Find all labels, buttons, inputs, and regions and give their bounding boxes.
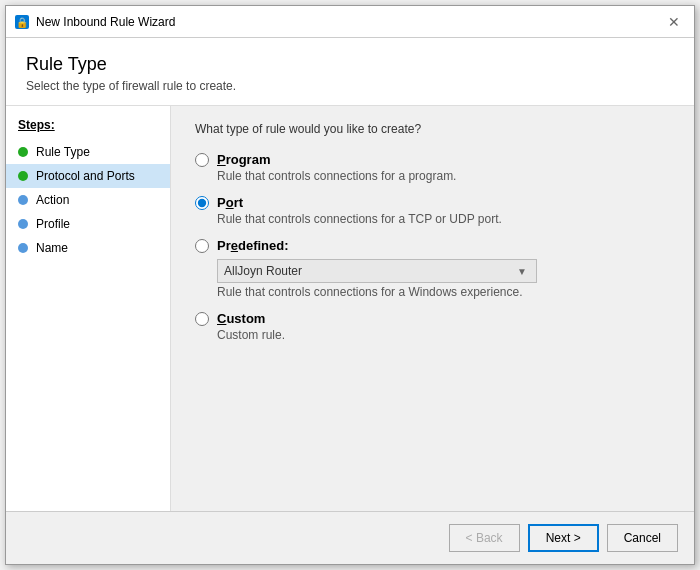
title-bar: 🔒 New Inbound Rule Wizard ✕	[6, 6, 694, 38]
sidebar: Steps: Rule Type Protocol and Ports Acti…	[6, 106, 171, 511]
back-button[interactable]: < Back	[449, 524, 520, 552]
question-text: What type of rule would you like to crea…	[195, 122, 670, 136]
option-port-underline: o	[226, 195, 234, 210]
option-program-label[interactable]: Program	[217, 152, 270, 167]
step-label-protocol-ports: Protocol and Ports	[36, 169, 135, 183]
sidebar-item-action[interactable]: Action	[6, 188, 170, 212]
option-predefined: Predefined: AllJoyn Router ▼ Rule that c…	[195, 238, 670, 299]
option-group: Program Rule that controls connections f…	[195, 152, 670, 342]
header-section: Rule Type Select the type of firewall ru…	[6, 38, 694, 106]
option-custom-row: Custom	[195, 311, 670, 326]
next-button[interactable]: Next >	[528, 524, 599, 552]
option-port-desc: Rule that controls connections for a TCP…	[217, 212, 670, 226]
option-custom-label[interactable]: Custom	[217, 311, 265, 326]
radio-predefined[interactable]	[195, 239, 209, 253]
cancel-button[interactable]: Cancel	[607, 524, 678, 552]
wizard-window: 🔒 New Inbound Rule Wizard ✕ Rule Type Se…	[5, 5, 695, 565]
svg-text:🔒: 🔒	[16, 16, 29, 29]
option-custom: Custom Custom rule.	[195, 311, 670, 342]
option-program: Program Rule that controls connections f…	[195, 152, 670, 183]
page-title: Rule Type	[26, 54, 674, 75]
title-bar-text: New Inbound Rule Wizard	[36, 15, 662, 29]
step-label-profile: Profile	[36, 217, 70, 231]
step-dot-rule-type	[18, 147, 28, 157]
option-port-label[interactable]: Port	[217, 195, 243, 210]
radio-custom[interactable]	[195, 312, 209, 326]
option-custom-desc: Custom rule.	[217, 328, 670, 342]
option-program-row: Program	[195, 152, 670, 167]
step-dot-protocol-ports	[18, 171, 28, 181]
step-label-name: Name	[36, 241, 68, 255]
option-program-desc: Rule that controls connections for a pro…	[217, 169, 670, 183]
option-predefined-row: Predefined:	[195, 238, 670, 253]
option-predefined-desc: Rule that controls connections for a Win…	[217, 285, 670, 299]
radio-port[interactable]	[195, 196, 209, 210]
step-dot-profile	[18, 219, 28, 229]
content-area: Steps: Rule Type Protocol and Ports Acti…	[6, 106, 694, 511]
close-button[interactable]: ✕	[662, 10, 686, 34]
step-label-action: Action	[36, 193, 69, 207]
option-predefined-underline: e	[231, 238, 238, 253]
option-predefined-label[interactable]: Predefined:	[217, 238, 289, 253]
footer: < Back Next > Cancel	[6, 511, 694, 564]
option-port: Port Rule that controls connections for …	[195, 195, 670, 226]
sidebar-item-rule-type[interactable]: Rule Type	[6, 140, 170, 164]
step-dot-action	[18, 195, 28, 205]
sidebar-item-profile[interactable]: Profile	[6, 212, 170, 236]
radio-program[interactable]	[195, 153, 209, 167]
option-custom-underline: C	[217, 311, 226, 326]
option-port-row: Port	[195, 195, 670, 210]
option-program-underline: P	[217, 152, 226, 167]
sidebar-item-protocol-ports[interactable]: Protocol and Ports	[6, 164, 170, 188]
step-dot-name	[18, 243, 28, 253]
predefined-dropdown[interactable]: AllJoyn Router	[217, 259, 537, 283]
main-panel: What type of rule would you like to crea…	[171, 106, 694, 511]
sidebar-item-name[interactable]: Name	[6, 236, 170, 260]
wizard-icon: 🔒	[14, 14, 30, 30]
steps-label: Steps:	[6, 118, 170, 140]
page-subtitle: Select the type of firewall rule to crea…	[26, 79, 674, 93]
step-label-rule-type: Rule Type	[36, 145, 90, 159]
predefined-dropdown-wrapper: AllJoyn Router ▼	[217, 259, 670, 283]
